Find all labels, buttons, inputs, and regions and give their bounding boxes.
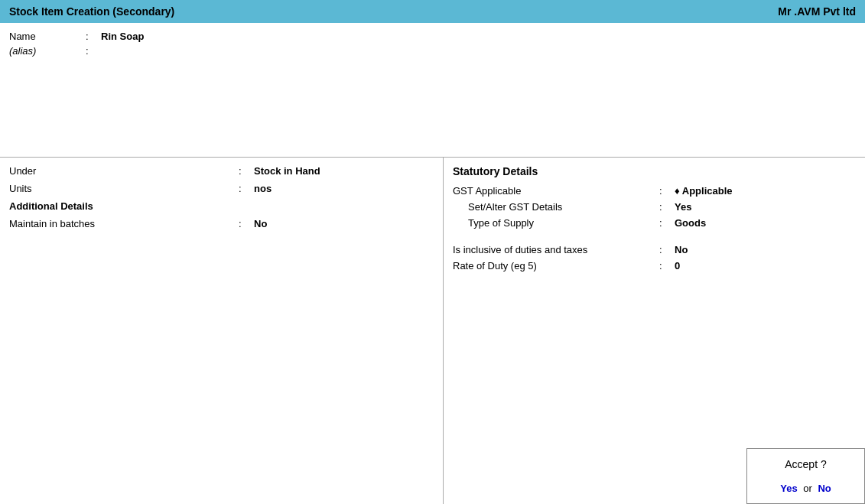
name-row: Name : Rin Soap [9,31,856,42]
accept-or-label: or [803,483,812,494]
set-alter-value: Yes [675,201,691,213]
name-colon: : [86,31,101,42]
main-content: Under : Stock in Hand Units : nos Additi… [0,158,865,504]
name-section: Name : Rin Soap (alias) : [0,23,865,157]
inclusive-label: Is inclusive of duties and taxes [453,244,659,255]
set-alter-colon: : [659,201,675,213]
maintain-batches-colon: : [239,218,254,229]
gst-applicable-value: ♦ Applicable [675,185,733,197]
under-value: Stock in Hand [254,165,320,177]
type-supply-colon: : [659,217,675,229]
rate-duty-value: 0 [675,260,680,272]
alias-label: (alias) [9,45,86,57]
statutory-heading: Statutory Details [453,165,856,177]
header-title: Stock Item Creation (Secondary) [9,5,174,18]
header-company: Mr .AVM Pvt ltd [778,5,856,18]
gst-applicable-colon: : [659,185,675,197]
units-label: Units [9,183,239,194]
maintain-batches-row: Maintain in batches : No [9,218,434,229]
units-colon: : [239,183,254,194]
set-alter-label: Set/Alter GST Details [453,201,659,213]
maintain-batches-label: Maintain in batches [9,218,239,229]
maintain-batches-value: No [254,218,267,229]
left-panel: Under : Stock in Hand Units : nos Additi… [0,158,444,504]
rate-duty-colon: : [659,260,675,272]
accept-dialog-title: Accept ? [759,458,852,470]
set-alter-row: Set/Alter GST Details : Yes [453,201,856,213]
accept-dialog-actions: Yes or No [759,483,852,494]
accept-no-button[interactable]: No [818,483,831,494]
units-row: Units : nos [9,183,434,194]
gst-applicable-label: GST Applicable [453,185,659,197]
type-supply-value: Goods [675,217,706,229]
inclusive-colon: : [659,244,675,255]
under-row: Under : Stock in Hand [9,165,434,177]
inclusive-value: No [675,244,688,255]
units-value: nos [254,183,272,194]
accept-yes-button[interactable]: Yes [780,483,797,494]
alias-colon: : [86,45,101,57]
rate-duty-label: Rate of Duty (eg 5) [453,260,659,272]
right-panel: Statutory Details GST Applicable : ♦ App… [444,158,865,504]
header: Stock Item Creation (Secondary) Mr .AVM … [0,0,865,23]
accept-dialog: Accept ? Yes or No [746,448,865,504]
type-supply-row: Type of Supply : Goods [453,217,856,229]
name-label: Name [9,31,86,42]
rate-duty-row: Rate of Duty (eg 5) : 0 [453,260,856,272]
gst-applicable-row: GST Applicable : ♦ Applicable [453,185,856,197]
under-label: Under [9,165,239,177]
inclusive-row: Is inclusive of duties and taxes : No [453,244,856,255]
name-value: Rin Soap [101,31,144,42]
type-supply-label: Type of Supply [453,217,659,229]
under-colon: : [239,165,254,177]
additional-details-heading: Additional Details [9,200,434,212]
alias-row: (alias) : [9,45,856,57]
